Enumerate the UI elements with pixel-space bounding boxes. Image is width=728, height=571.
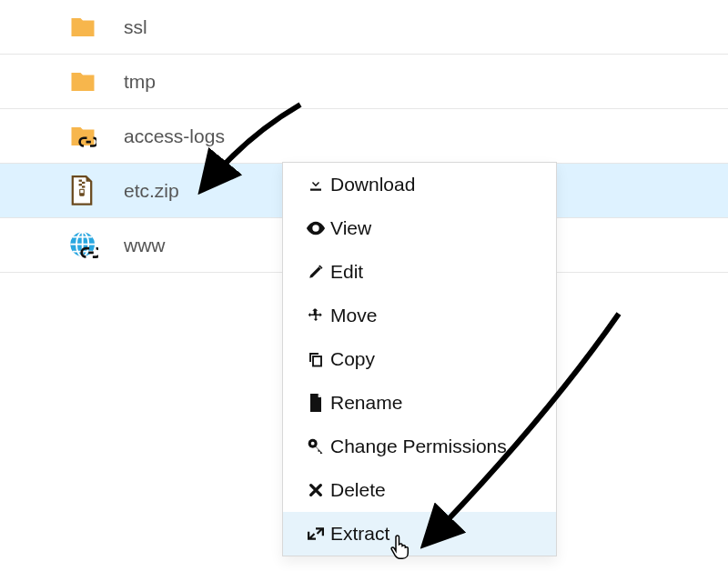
file-name: access-logs	[124, 125, 225, 147]
context-menu: Download View Edit Move Copy	[282, 162, 557, 556]
menu-label: View	[330, 217, 371, 239]
copy-icon	[303, 351, 329, 367]
menu-edit[interactable]: Edit	[283, 250, 556, 294]
svg-rect-1	[82, 181, 85, 183]
menu-label: Download	[330, 174, 415, 195]
svg-rect-2	[79, 184, 82, 185]
svg-rect-5	[80, 189, 83, 192]
menu-copy[interactable]: Copy	[283, 337, 556, 381]
menu-change-permissions[interactable]: Change Permissions	[283, 425, 556, 468]
menu-label: Delete	[330, 479, 386, 501]
list-item[interactable]: ssl	[0, 0, 728, 55]
menu-label: Change Permissions	[330, 436, 507, 457]
folder-link-icon	[69, 123, 124, 150]
menu-extract[interactable]: Extract	[283, 512, 556, 556]
menu-delete[interactable]: Delete	[283, 468, 556, 512]
file-icon	[303, 394, 329, 412]
svg-rect-3	[82, 185, 85, 187]
globe-link-icon	[69, 231, 124, 260]
menu-label: Copy	[330, 348, 375, 370]
menu-rename[interactable]: Rename	[283, 381, 556, 425]
menu-move[interactable]: Move	[283, 294, 556, 337]
x-icon	[303, 483, 329, 497]
expand-icon	[303, 526, 329, 542]
menu-label: Edit	[330, 261, 363, 283]
file-name: www	[124, 235, 166, 256]
menu-label: Move	[330, 305, 377, 326]
download-icon	[303, 176, 329, 193]
folder-icon	[69, 14, 124, 41]
menu-label: Extract	[330, 523, 389, 545]
folder-icon	[69, 68, 124, 95]
menu-label: Rename	[330, 392, 402, 414]
menu-download[interactable]: Download	[283, 163, 556, 206]
eye-icon	[303, 220, 329, 236]
key-icon	[303, 437, 329, 456]
list-item[interactable]: access-logs	[0, 109, 728, 164]
svg-point-10	[311, 442, 315, 446]
svg-rect-0	[79, 179, 82, 181]
pencil-icon	[303, 264, 329, 280]
list-item[interactable]: tmp	[0, 55, 728, 109]
move-icon	[303, 307, 329, 324]
menu-view[interactable]: View	[283, 206, 556, 250]
file-name: etc.zip	[124, 180, 179, 202]
file-list: ssl tmp access-logs	[0, 0, 728, 273]
file-name: ssl	[124, 16, 147, 38]
svg-rect-8	[313, 356, 321, 366]
file-name: tmp	[124, 71, 156, 93]
zip-file-icon	[69, 175, 124, 206]
